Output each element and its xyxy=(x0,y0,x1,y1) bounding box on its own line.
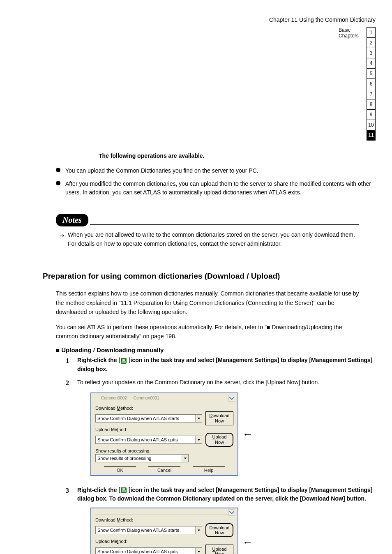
chapter-label: Basic Chapters xyxy=(339,27,363,39)
download-method-combo[interactable]: Show Confirm Dialog when ATLAS starts xyxy=(95,526,202,534)
results-label: Show results of processing: xyxy=(95,448,233,453)
dim-item: Common0001 xyxy=(134,396,159,400)
chapter-box-9: 9 xyxy=(367,109,376,120)
svg-marker-3 xyxy=(197,418,200,419)
upload-method-combo[interactable]: Show Confirm Dialog when ATLAS quits xyxy=(95,436,202,444)
chapter-box-10: 10 xyxy=(367,120,376,130)
results-combo[interactable]: Show results of processing xyxy=(95,454,189,462)
chapter-box-5: 5 xyxy=(367,68,376,79)
step-3: 3 Right-click the [ ]icon in the task tr… xyxy=(66,486,376,503)
notes-badge: Notes xyxy=(56,214,88,226)
upload-method-label: Upload Method: xyxy=(95,539,233,544)
dialog: Download Method: Show Confirm Dialog whe… xyxy=(90,508,238,554)
upload-method-label: Upload Method: xyxy=(95,427,233,432)
sub-title: ■ Uploading / Downloading manually xyxy=(56,346,376,353)
svg-rect-8 xyxy=(122,488,125,490)
btn-l2: Now xyxy=(215,530,224,535)
chevron-down-icon[interactable] xyxy=(195,526,202,534)
combo-value: Show Confirm Dialog when ATLAS quits xyxy=(97,549,178,554)
intro-line: The following operations are available. xyxy=(99,152,376,159)
ok-button[interactable]: OK xyxy=(104,466,136,473)
svg-rect-2 xyxy=(122,359,125,361)
upload-now-button[interactable]: Upload Now xyxy=(205,545,233,554)
combo-value: Show results of processing xyxy=(97,456,151,461)
section-title: Preparation for using common dictionarie… xyxy=(43,272,359,281)
screenshot-step2: Common0002 Common0001 Download Method: S… xyxy=(90,392,376,476)
help-button[interactable]: Help xyxy=(193,466,225,473)
dialog: Common0002 Common0001 Download Method: S… xyxy=(90,392,238,476)
download-now-button[interactable]: Download Now xyxy=(205,411,233,425)
header-right-text: Chapter 11 Using the Common Dictionary xyxy=(16,16,376,23)
bullet-text: You can upload the Common Dictionaries y… xyxy=(65,166,376,175)
bullet-text: After you modified the common dictionari… xyxy=(65,180,376,197)
download-method-label: Download Method: xyxy=(95,517,233,522)
list-item: After you modified the common dictionari… xyxy=(56,180,376,197)
step-text: Right-click the [ ]icon in the task tray… xyxy=(77,356,376,374)
download-method-label: Download Method: xyxy=(95,406,233,411)
list-item: You can upload the Common Dictionaries y… xyxy=(56,166,376,175)
chevron-down-icon[interactable] xyxy=(182,455,188,462)
step-pre: Right-click the [ xyxy=(77,357,120,363)
download-method-combo[interactable]: Show Confirm Dialog when ATLAS starts xyxy=(95,414,202,422)
chevron-down-icon[interactable] xyxy=(195,415,202,422)
divider xyxy=(90,224,359,225)
chevron-down-icon[interactable] xyxy=(228,509,235,516)
combo-value: Show Confirm Dialog when ATLAS quits xyxy=(97,437,178,442)
notes-text: When you are not allowed to write to the… xyxy=(68,231,359,248)
bullet-icon xyxy=(56,181,60,185)
chapter-label-l1: Basic xyxy=(339,27,350,33)
svg-marker-4 xyxy=(197,439,200,441)
chevron-down-icon[interactable] xyxy=(195,548,202,554)
step-text: To reflect your updates on the Common Di… xyxy=(77,378,376,388)
download-now-button[interactable]: Download Now xyxy=(205,523,233,537)
step-pre: Right-click the [ xyxy=(77,487,120,493)
chapter-label-l2: Chapters xyxy=(339,33,359,39)
bullet-list: You can upload the Common Dictionaries y… xyxy=(56,166,376,197)
step-number: 3 xyxy=(66,486,77,503)
step-number: 1 xyxy=(66,356,77,374)
chevron-down-icon[interactable] xyxy=(195,436,202,443)
svg-marker-9 xyxy=(197,529,200,531)
upload-now-button[interactable]: Upload Now xyxy=(205,433,233,447)
notes-section: Notes ⇒ When you are not allowed to writ… xyxy=(56,214,359,255)
chapter-box-6: 6 xyxy=(367,78,376,89)
svg-marker-10 xyxy=(197,551,200,552)
paragraph: This section explains how to use common … xyxy=(56,289,359,316)
btn-l2: Now xyxy=(215,552,224,554)
step-text: Right-click the [ ]icon in the task tray… xyxy=(77,486,376,503)
screenshot-step3: Download Method: Show Confirm Dialog whe… xyxy=(90,508,376,554)
chapter-box-3: 3 xyxy=(367,48,376,58)
paragraph: You can set ATLAS to perform these opera… xyxy=(56,323,359,341)
upload-method-combo[interactable]: Show Confirm Dialog when ATLAS quits xyxy=(95,547,202,554)
svg-rect-1 xyxy=(122,361,126,363)
bullet-icon xyxy=(56,168,60,172)
combo-value: Show Confirm Dialog when ATLAS starts xyxy=(97,528,179,533)
step-1: 1 Right-click the [ ]icon in the task tr… xyxy=(66,356,376,374)
chapter-box-11: 11 xyxy=(367,130,376,141)
btn-l2: Now xyxy=(215,418,224,423)
chapter-box-7: 7 xyxy=(367,89,376,99)
svg-rect-7 xyxy=(122,490,126,492)
chapter-index: Basic Chapters 1234567891011 xyxy=(16,27,376,140)
dim-item: Common0002 xyxy=(101,396,127,400)
dialog-footer: OK Cancel Help xyxy=(95,466,233,473)
divider xyxy=(56,255,359,255)
tray-icon xyxy=(120,487,127,494)
arrow-icon: ⇒ xyxy=(59,231,65,248)
chapter-box-1: 1 xyxy=(367,27,376,38)
notes-item: ⇒ When you are not allowed to write to t… xyxy=(59,231,359,248)
svg-marker-5 xyxy=(184,457,186,459)
arrow-left-icon: ← xyxy=(242,536,253,549)
chapter-box-2: 2 xyxy=(367,37,376,48)
arrow-left-icon: ← xyxy=(242,428,253,441)
cancel-button[interactable]: Cancel xyxy=(148,466,180,473)
btn-l2: Now xyxy=(215,440,224,445)
chapter-boxes: 1234567891011 xyxy=(367,27,376,140)
step-number: 2 xyxy=(66,378,77,388)
tray-icon xyxy=(120,358,127,364)
chevron-down-icon[interactable] xyxy=(228,395,235,402)
chapter-box-4: 4 xyxy=(367,58,376,69)
chapter-box-8: 8 xyxy=(367,99,376,110)
dim-list: Common0002 Common0001 xyxy=(101,396,233,403)
combo-value: Show Confirm Dialog when ATLAS starts xyxy=(97,416,179,421)
